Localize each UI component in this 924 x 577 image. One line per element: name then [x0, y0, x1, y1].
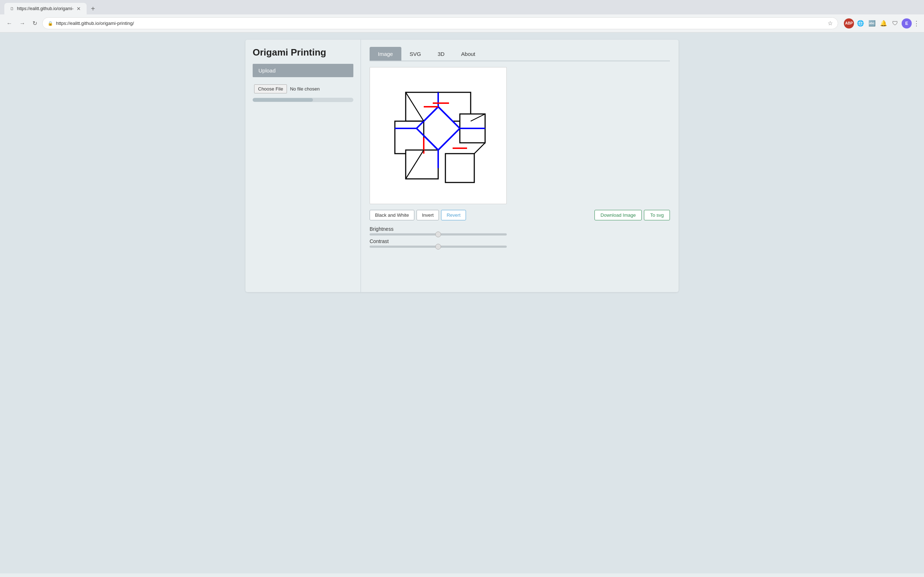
tab-close-icon[interactable]: ✕	[76, 6, 81, 11]
brightness-slider[interactable]	[370, 233, 507, 235]
black-white-button[interactable]: Black and White	[370, 210, 414, 220]
menu-button[interactable]: ⋮	[913, 19, 920, 27]
url-bar[interactable]: 🔒 https://ealitt.github.io/origami-print…	[42, 17, 838, 29]
back-button[interactable]: ←	[4, 19, 15, 28]
lock-icon: 🔒	[48, 21, 53, 26]
tab-about[interactable]: About	[453, 47, 484, 61]
app-title: Origami Printing	[253, 47, 353, 58]
upload-label: Upload	[258, 68, 276, 74]
choose-file-button[interactable]: Choose File	[254, 84, 287, 93]
scrollbar-thumb	[253, 98, 313, 102]
contrast-label: Contrast	[370, 239, 670, 244]
tabs: Image SVG 3D About	[370, 47, 670, 61]
sidebar-scrollbar[interactable]	[253, 98, 353, 102]
app-container: Origami Printing Upload Choose File No f…	[246, 40, 678, 292]
file-input-row: Choose File No file chosen	[253, 82, 353, 96]
sidebar: Origami Printing Upload Choose File No f…	[246, 40, 361, 292]
abp-icon[interactable]: ABP	[844, 18, 854, 29]
brightness-label: Brightness	[370, 226, 670, 232]
browser-tab[interactable]: 🗋 https://ealitt.github.io/origami- ✕	[4, 3, 87, 15]
svg-marker-5	[406, 150, 438, 179]
browser-chrome: 🗋 https://ealitt.github.io/origami- ✕ + …	[0, 0, 924, 32]
tab-3d[interactable]: 3D	[429, 47, 452, 61]
tab-svg[interactable]: SVG	[401, 47, 430, 61]
action-buttons: Download Image To svg	[594, 210, 670, 220]
toolbar-icons: ABP 🌐 🔤 🔔 🛡 E ⋮	[844, 18, 920, 29]
url-text: https://ealitt.github.io/origami-printin…	[56, 21, 825, 26]
image-display	[370, 67, 507, 204]
to-svg-button[interactable]: To svg	[644, 210, 670, 220]
globe-icon[interactable]: 🌐	[855, 18, 866, 29]
tab-title: https://ealitt.github.io/origami-	[17, 6, 74, 11]
address-bar: ← → ↻ 🔒 https://ealitt.github.io/origami…	[0, 15, 924, 32]
origami-svg	[377, 74, 499, 197]
filter-buttons: Black and White Invert Revert	[370, 210, 466, 220]
ext-icon-1[interactable]: 🔤	[867, 18, 877, 29]
tab-bar: 🗋 https://ealitt.github.io/origami- ✕ +	[0, 0, 924, 15]
upload-section: Upload	[253, 64, 353, 77]
revert-button[interactable]: Revert	[441, 210, 465, 220]
svg-marker-6	[446, 154, 474, 182]
invert-button[interactable]: Invert	[417, 210, 439, 220]
controls-row: Black and White Invert Revert Download I…	[370, 210, 670, 220]
page-icon: 🗋	[10, 6, 14, 11]
page-content: Origami Printing Upload Choose File No f…	[0, 32, 924, 574]
svg-line-22	[474, 143, 485, 154]
contrast-section: Contrast	[370, 239, 670, 248]
download-button[interactable]: Download Image	[594, 210, 642, 220]
user-icon[interactable]: E	[901, 18, 912, 29]
ext-icon-2[interactable]: 🔔	[879, 18, 888, 29]
forward-button[interactable]: →	[17, 19, 27, 28]
ext-icon-3[interactable]: 🛡	[890, 18, 900, 29]
no-file-text: No file chosen	[290, 86, 320, 92]
contrast-slider[interactable]	[370, 246, 507, 248]
tab-image[interactable]: Image	[370, 47, 401, 61]
refresh-button[interactable]: ↻	[30, 18, 39, 28]
main-content: Image SVG 3D About	[361, 40, 678, 292]
star-icon[interactable]: ☆	[828, 20, 833, 27]
new-tab-button[interactable]: +	[88, 3, 98, 15]
brightness-section: Brightness	[370, 226, 670, 235]
